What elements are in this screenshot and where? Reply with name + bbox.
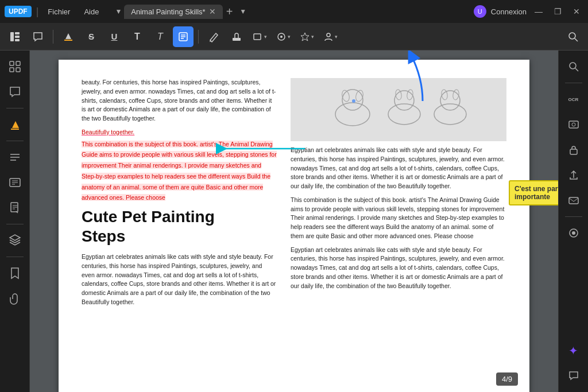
sidebar-sep-2 <box>6 141 24 141</box>
star-button[interactable]: ▾ <box>296 26 318 47</box>
tab-animal-painting[interactable]: Animal Painting Skills* ✕ <box>124 5 222 19</box>
tab-dropdown-right[interactable]: ▼ <box>236 6 250 17</box>
page-left-column: beauty. For centuries, this horse has in… <box>82 78 277 374</box>
menu-aide[interactable]: Aide <box>79 6 103 17</box>
right-text-3: Egyptian art celebrates animals like cat… <box>291 246 506 291</box>
sidebar-thumbnails[interactable] <box>3 55 26 78</box>
svg-rect-9 <box>233 38 241 41</box>
sidebar-form[interactable] <box>3 171 26 194</box>
svg-rect-1 <box>15 32 20 34</box>
right-scan[interactable] <box>562 113 585 136</box>
svg-point-56 <box>572 231 575 235</box>
left-sidebar <box>0 51 30 392</box>
svg-rect-4 <box>64 40 72 41</box>
svg-line-16 <box>575 38 578 41</box>
sidebar-lines[interactable] <box>3 146 26 169</box>
svg-rect-19 <box>10 68 14 72</box>
right-search[interactable] <box>562 55 585 78</box>
right-text-2: This combination is the subject of this … <box>291 196 506 241</box>
svg-line-50 <box>575 68 578 71</box>
stamp-button[interactable] <box>226 26 247 47</box>
svg-marker-13 <box>301 33 309 41</box>
svg-point-49 <box>570 63 576 69</box>
shape-button[interactable]: ▾ <box>249 26 270 47</box>
svg-point-52 <box>572 123 575 126</box>
right-mail[interactable] <box>562 189 585 212</box>
page-counter: 4/9 <box>496 372 518 386</box>
right-ocr[interactable]: OCR <box>562 88 585 111</box>
connexion-button[interactable]: Connexion <box>491 7 527 16</box>
text-tool-1-button[interactable]: T <box>127 26 148 47</box>
right-ai[interactable]: ✦ <box>562 339 585 362</box>
toolbar-separator-2 <box>198 30 199 44</box>
right-share[interactable] <box>562 164 585 187</box>
right-sep-1 <box>565 83 582 83</box>
svg-rect-54 <box>569 197 578 204</box>
user-avatar: U <box>474 5 486 18</box>
svg-point-42 <box>434 104 466 125</box>
svg-rect-18 <box>16 61 20 65</box>
close-button[interactable]: ✕ <box>570 7 583 16</box>
svg-point-15 <box>569 33 575 39</box>
right-protect[interactable] <box>562 138 585 161</box>
svg-rect-51 <box>569 121 578 128</box>
underline-button[interactable]: U <box>104 26 125 47</box>
tab-area: ▼ Animal Painting Skills* ✕ + ▼ <box>113 5 469 19</box>
svg-point-39 <box>394 91 414 110</box>
tab-add-button[interactable]: + <box>223 5 237 18</box>
tab-label: Animal Painting Skills* <box>131 7 205 16</box>
svg-rect-3 <box>15 39 20 41</box>
tab-close-button[interactable]: ✕ <box>209 7 216 15</box>
sidebar-sep-1 <box>6 108 24 108</box>
user-button[interactable]: ▾ <box>320 26 341 47</box>
text-tool-2-button[interactable]: T <box>150 26 171 47</box>
maximize-button[interactable]: ❐ <box>551 7 565 16</box>
svg-point-37 <box>352 99 355 103</box>
toolbar-separator-1 <box>53 30 53 44</box>
svg-point-33 <box>335 103 370 126</box>
sidebar-extract[interactable] <box>3 196 26 219</box>
sidebar-sep-3 <box>6 224 24 224</box>
tab-dropdown-left[interactable]: ▼ <box>113 6 124 17</box>
text-block-button[interactable] <box>173 26 194 47</box>
svg-rect-10 <box>254 34 261 40</box>
intro-text: beauty. For centuries, this horse has in… <box>82 78 277 123</box>
search-button[interactable] <box>563 26 583 47</box>
strikethrough-button[interactable]: S <box>81 26 102 47</box>
sidebar-bookmark[interactable] <box>3 262 26 285</box>
minimize-button[interactable]: — <box>531 7 546 16</box>
sidebar-highlight[interactable] <box>3 113 26 136</box>
right-sep-2 <box>565 216 582 217</box>
right-text-1: Egyptian art celebrates animals like cat… <box>291 146 506 191</box>
svg-point-12 <box>280 36 283 38</box>
lasso-button[interactable]: ▾ <box>273 26 294 47</box>
right-chat[interactable] <box>562 364 585 387</box>
highlight-button[interactable] <box>58 26 79 47</box>
page-content: beauty. For centuries, this horse has in… <box>59 60 529 392</box>
title-right-area: U Connexion — ❐ ✕ <box>474 5 583 18</box>
sidebar-comment[interactable] <box>3 80 26 103</box>
svg-rect-20 <box>16 68 20 72</box>
highlighted-paragraph: This combination is the subject of this … <box>82 141 277 201</box>
sidebar-sep-4 <box>6 257 24 257</box>
sidebar-attachment[interactable] <box>3 287 26 310</box>
annotation-box[interactable]: C'est une partie très importante <box>509 180 558 205</box>
sidebar-layers[interactable] <box>3 229 26 252</box>
app-logo: UPDF <box>5 6 32 17</box>
svg-rect-0 <box>10 32 14 41</box>
svg-point-38 <box>388 104 420 125</box>
svg-point-14 <box>327 33 330 37</box>
svg-point-43 <box>440 91 460 110</box>
title-divider: | <box>36 6 39 18</box>
svg-rect-53 <box>570 149 577 154</box>
menu-fichier[interactable]: Fichier <box>43 6 75 17</box>
title-bar: UPDF | Fichier Aide ▼ Animal Painting Sk… <box>0 0 588 23</box>
svg-rect-21 <box>11 129 19 130</box>
right-camera[interactable] <box>562 222 585 244</box>
page-right-column: C'est une partie très importante Egyptia… <box>291 78 506 374</box>
panel-toggle-button[interactable] <box>5 26 25 47</box>
document-area[interactable]: beauty. For centuries, this horse has in… <box>30 51 558 392</box>
main-area: beauty. For centuries, this horse has in… <box>0 51 588 392</box>
comment-tool-button[interactable] <box>28 26 48 47</box>
draw-button[interactable] <box>203 26 224 47</box>
